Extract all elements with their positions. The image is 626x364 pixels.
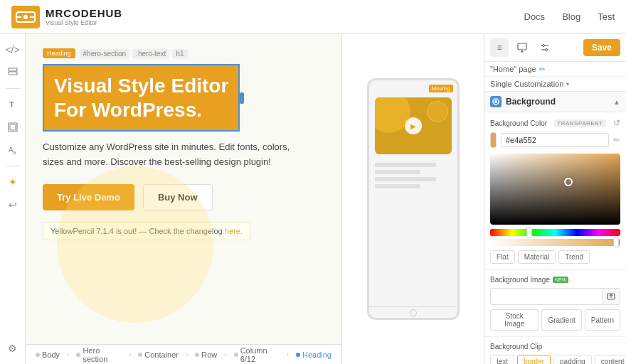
breadcrumb-arrow-2: › bbox=[129, 350, 131, 358]
logo-subtitle: Visual Style Editor bbox=[46, 19, 122, 26]
hex-input[interactable] bbox=[501, 133, 609, 147]
notice-link[interactable]: here. bbox=[225, 227, 243, 235]
reset-icon[interactable]: ↺ bbox=[613, 118, 620, 128]
clip-border-tab[interactable]: border bbox=[517, 355, 551, 364]
nav-test[interactable]: Test bbox=[598, 11, 615, 22]
breadcrumb-arrow-5: › bbox=[287, 350, 289, 358]
breadcrumb-label-heading: Heading bbox=[302, 350, 331, 359]
tablet-label: Moving bbox=[429, 85, 453, 92]
layers-icon[interactable] bbox=[3, 63, 23, 82]
bg-clip-label: Background Clip bbox=[490, 343, 620, 350]
buy-button[interactable]: Buy Now bbox=[143, 184, 213, 210]
breadcrumb-arrow-3: › bbox=[186, 350, 188, 358]
edit-icon[interactable]: ✏ bbox=[539, 65, 545, 73]
monitor-icon[interactable] bbox=[513, 38, 531, 57]
svg-point-19 bbox=[494, 100, 497, 103]
breadcrumb-row[interactable]: Row bbox=[191, 349, 221, 360]
hero-description: Customize any WordPress site in minutes.… bbox=[43, 140, 313, 170]
tag-2: .hero-text bbox=[132, 49, 169, 58]
svg-text:a: a bbox=[13, 149, 16, 155]
breadcrumb-dot-column bbox=[234, 353, 238, 357]
breadcrumb-label-body: Body bbox=[42, 350, 60, 359]
bg-type-tabs: Stock Image Gradient Pattern bbox=[490, 309, 620, 331]
trend-tab[interactable]: Trend bbox=[558, 250, 590, 264]
breadcrumb-label-hero: Hero section bbox=[83, 346, 121, 363]
alpha-strip[interactable] bbox=[490, 239, 620, 246]
background-section-header[interactable]: Background ▲ bbox=[484, 92, 626, 112]
type-icon[interactable]: T bbox=[3, 95, 23, 114]
gear-icon[interactable]: ⚙ bbox=[3, 338, 23, 358]
svg-rect-11 bbox=[518, 43, 526, 50]
customization-row[interactable]: Single Customization ▾ bbox=[484, 77, 626, 92]
pattern-tab[interactable]: Pattern bbox=[585, 309, 620, 331]
top-nav: MRCODEHUB Visual Style Editor Docs Blog … bbox=[0, 0, 626, 34]
clip-text-tab[interactable]: text bbox=[490, 355, 514, 364]
undo-icon[interactable]: ↩ bbox=[3, 195, 23, 215]
breadcrumb-dot-row bbox=[195, 353, 199, 357]
breadcrumb-body[interactable]: Body bbox=[31, 349, 64, 360]
breadcrumb-dot-hero bbox=[76, 353, 80, 357]
tablet-line-3 bbox=[375, 177, 436, 181]
breadcrumb-arrow-4: › bbox=[224, 350, 226, 358]
svg-rect-8 bbox=[10, 124, 16, 130]
svg-rect-4 bbox=[9, 68, 17, 71]
hero-heading: Visual Style Editor For WordPress. bbox=[54, 74, 228, 122]
transparent-badge: TRANSPARENT bbox=[554, 119, 605, 127]
breadcrumb-heading[interactable]: Heading bbox=[292, 349, 336, 360]
stock-image-tab[interactable]: Stock Image bbox=[490, 309, 539, 331]
upload-icon[interactable] bbox=[602, 289, 620, 304]
breadcrumb-container[interactable]: Container bbox=[134, 349, 183, 360]
heading-badge: Heading bbox=[43, 48, 75, 58]
hue-strip[interactable] bbox=[490, 229, 620, 236]
demo-button[interactable]: Try Live Demo bbox=[43, 184, 134, 210]
hero-buttons: Try Live Demo Buy Now bbox=[43, 184, 324, 210]
badge-tags: #hero-section .hero-text h1 bbox=[80, 49, 188, 58]
code-icon[interactable]: </> bbox=[3, 40, 23, 60]
color-picker-canvas[interactable] bbox=[490, 154, 620, 225]
background-icon bbox=[490, 96, 502, 107]
nav-docs[interactable]: Docs bbox=[524, 11, 546, 22]
tablet-device: Moving ▶ bbox=[367, 78, 460, 320]
bg-image-input[interactable] bbox=[491, 290, 602, 304]
tablet-line-1 bbox=[375, 163, 436, 167]
bg-image-input-row bbox=[490, 288, 620, 305]
tablet-bottom bbox=[369, 306, 457, 318]
eyedropper-icon[interactable]: ✏ bbox=[613, 135, 620, 145]
clip-content-tab[interactable]: content bbox=[595, 355, 626, 364]
hero-heading-box[interactable]: Visual Style Editor For WordPress. bbox=[43, 64, 240, 132]
tablet-content-lines bbox=[375, 163, 452, 188]
clip-padding-tab[interactable]: padding bbox=[553, 355, 592, 364]
breadcrumb-label-container: Container bbox=[144, 350, 179, 359]
tablet-home-button[interactable] bbox=[410, 309, 417, 316]
text-size-icon[interactable]: Aa bbox=[3, 140, 23, 160]
tablet-line-2 bbox=[375, 170, 421, 174]
hero-badge-row: Heading #hero-section .hero-text h1 bbox=[43, 48, 324, 58]
flat-tab[interactable]: Flat bbox=[490, 250, 515, 264]
style-panel: ≡ Save "Home" page ✏ Single Customizatio… bbox=[484, 34, 626, 364]
bg-image-section: Background Image NEW Stock Image Gradien… bbox=[484, 270, 626, 337]
material-tab[interactable]: Material bbox=[518, 250, 556, 264]
breadcrumb-column[interactable]: Column 6/12 bbox=[230, 345, 284, 365]
sliders-icon[interactable] bbox=[536, 38, 554, 57]
logo-text: MRCODEHUB Visual Style Editor bbox=[46, 7, 122, 26]
logo-icon bbox=[11, 6, 40, 28]
breadcrumb-dot-container bbox=[138, 353, 142, 357]
tag-3: h1 bbox=[172, 49, 187, 58]
logo-name: MRCODEHUB bbox=[46, 7, 122, 19]
panel-page-row: "Home" page ✏ bbox=[484, 62, 626, 77]
color-swatch[interactable] bbox=[490, 132, 497, 148]
save-button[interactable]: Save bbox=[583, 39, 620, 56]
box-icon[interactable] bbox=[3, 117, 23, 137]
sidebar-separator-2 bbox=[6, 166, 20, 166]
gradient-tab[interactable]: Gradient bbox=[541, 309, 581, 331]
alpha-thumb bbox=[613, 237, 619, 247]
nav-blog[interactable]: Blog bbox=[562, 11, 580, 22]
menu-icon[interactable]: ≡ bbox=[490, 38, 509, 57]
breadcrumb-hero[interactable]: Hero section bbox=[72, 345, 125, 365]
star-icon[interactable]: ✦ bbox=[3, 172, 23, 192]
bg-image-label: Background Image bbox=[490, 276, 550, 284]
new-badge: NEW bbox=[553, 277, 568, 283]
bg-image-label-row: Background Image NEW bbox=[490, 276, 620, 284]
breadcrumb-dot-heading bbox=[296, 353, 300, 357]
bg-clip-tabs: text border padding content bbox=[490, 355, 620, 364]
